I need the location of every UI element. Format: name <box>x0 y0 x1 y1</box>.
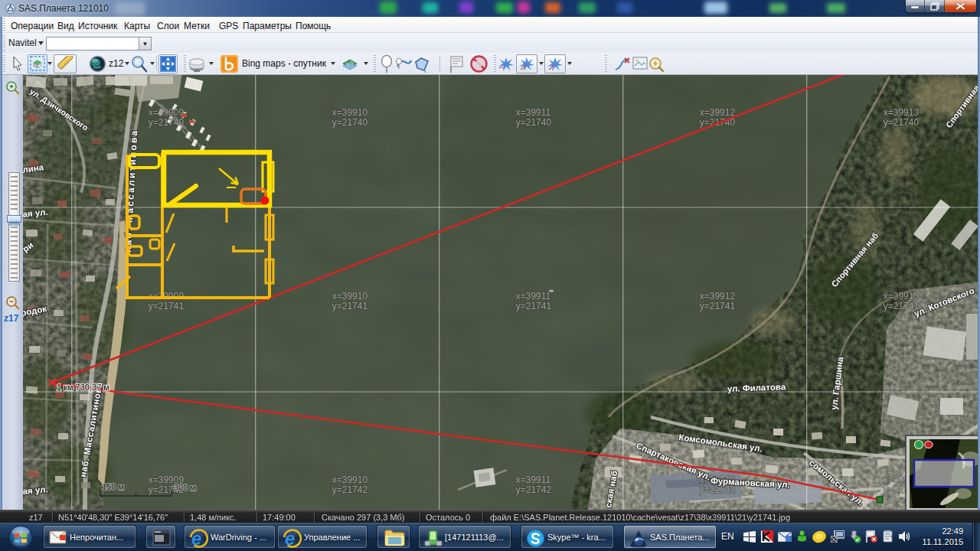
svg-text:y=21742: y=21742 <box>332 484 368 495</box>
svg-text:x=39910: x=39910 <box>332 474 368 485</box>
svg-text:y=21742: y=21742 <box>516 484 552 495</box>
svg-text:y=21740: y=21740 <box>884 117 920 128</box>
svg-text:x=39910: x=39910 <box>332 107 368 118</box>
svg-text:x=39912: x=39912 <box>700 107 736 118</box>
svg-text:1 км 730,37 м: 1 км 730,37 м <box>57 383 109 392</box>
svg-text:y=21741: y=21741 <box>516 301 552 311</box>
svg-text:x=39912: x=39912 <box>700 291 736 302</box>
svg-text:y=21740: y=21740 <box>516 117 552 128</box>
svg-text:x=39910: x=39910 <box>332 291 368 302</box>
svg-text:x=39911: x=39911 <box>516 474 551 485</box>
svg-text:y=21741: y=21741 <box>149 301 185 311</box>
svg-text:y=21741: y=21741 <box>700 301 736 311</box>
svg-text:x=39913: x=39913 <box>884 107 920 118</box>
svg-text:x=39911: x=39911 <box>516 107 551 118</box>
svg-text:x=39911: x=39911 <box>516 291 551 302</box>
svg-text:y=21741: y=21741 <box>332 301 368 311</box>
svg-text:300 м: 300 м <box>174 483 196 492</box>
svg-text:x=39909: x=39909 <box>149 107 185 118</box>
svg-text:150 м: 150 м <box>102 482 124 491</box>
svg-text:x=39913: x=39913 <box>884 291 920 302</box>
svg-text:y=21740: y=21740 <box>332 117 368 128</box>
svg-text:y=21740: y=21740 <box>149 117 185 128</box>
